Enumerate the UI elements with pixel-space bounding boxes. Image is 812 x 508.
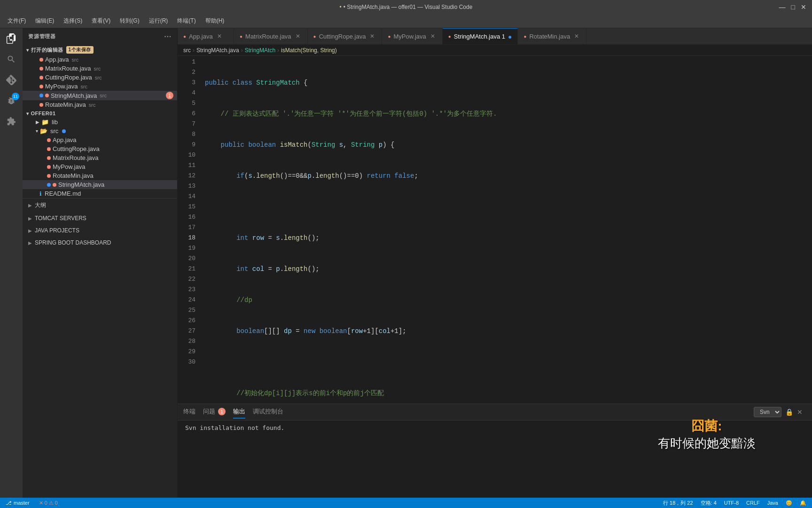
tabs-bar: ● App.java ✕ ● MatrixRoute.java ✕ ● Cutt… bbox=[178, 28, 812, 45]
tab-close-button[interactable]: ✕ bbox=[294, 32, 302, 40]
tab-error-icon: ● bbox=[313, 34, 316, 39]
open-file-stringmatch[interactable]: StringMAtch.java src 1 bbox=[23, 91, 177, 100]
file-app-java[interactable]: App.java bbox=[23, 135, 177, 144]
open-editors-header[interactable]: ▾ 打开的编辑器 1个未保存 bbox=[23, 45, 177, 55]
file-readme[interactable]: ℹ README.md bbox=[23, 189, 177, 198]
tomcat-section[interactable]: ▶ TOMCAT SERVERS bbox=[23, 212, 177, 224]
tab-close-button[interactable]: ✕ bbox=[368, 32, 376, 40]
line-num-21: 21 bbox=[178, 264, 195, 274]
code-editor[interactable]: 1 2 3 4 5 6 7 8 9 10 11 12 13 14 15 16 1… bbox=[178, 56, 812, 404]
modified-indicator bbox=[39, 94, 43, 97]
panel-tab-problems[interactable]: 问题 1 bbox=[203, 405, 226, 419]
spaces-text: 空格: 4 bbox=[701, 500, 717, 507]
activity-extensions[interactable] bbox=[3, 113, 20, 130]
breadcrumb-class[interactable]: StringMAtch bbox=[245, 47, 275, 54]
minimize-button[interactable]: — bbox=[779, 3, 786, 11]
status-line-col[interactable]: 行 18，列 22 bbox=[661, 500, 695, 507]
breadcrumb-method[interactable]: isMatch(String, String) bbox=[281, 47, 337, 54]
panel-tab-terminal[interactable]: 终端 bbox=[183, 405, 195, 419]
menu-help[interactable]: 帮助(H) bbox=[202, 15, 228, 27]
tab-mypow[interactable]: ● MyPow.java ✕ bbox=[382, 28, 442, 44]
breadcrumb-src[interactable]: src bbox=[183, 47, 191, 54]
status-errors[interactable]: ✕ 0 ⚠ 0 bbox=[37, 498, 60, 508]
line-num-3: 3 bbox=[178, 78, 195, 88]
maximize-button[interactable]: □ bbox=[791, 3, 795, 11]
line-num-24: 24 bbox=[178, 295, 195, 305]
file-matrixroute[interactable]: MatrixRoute.java bbox=[23, 153, 177, 162]
file-stringmatch[interactable]: StringMAtch.java bbox=[23, 180, 177, 189]
tab-matrix[interactable]: ● MatrixRoute.java ✕ bbox=[234, 28, 308, 44]
tab-error-icon: ● bbox=[388, 34, 390, 39]
panel-lock-icon[interactable]: 🔒 bbox=[785, 408, 793, 416]
menu-select[interactable]: 选择(S) bbox=[60, 15, 86, 27]
panel-close-icon[interactable]: ✕ bbox=[797, 408, 803, 416]
title-bar: • • StringMAtch.java — offer01 — Visual … bbox=[0, 0, 812, 14]
line-num-17: 17 bbox=[178, 222, 195, 233]
status-line-ending[interactable]: CRLF bbox=[744, 500, 762, 506]
activity-git[interactable] bbox=[3, 71, 20, 88]
panel-tab-debug[interactable]: 调试控制台 bbox=[253, 405, 283, 419]
folder-lib[interactable]: ▶ 📁 lib bbox=[23, 118, 177, 127]
line-numbers: 1 2 3 4 5 6 7 8 9 10 11 12 13 14 15 16 1… bbox=[178, 56, 201, 404]
activity-search[interactable] bbox=[3, 51, 20, 68]
folder-icon: 📁 bbox=[41, 119, 49, 126]
code-content[interactable]: public class StringMatch { // 正则表达式匹配 '.… bbox=[201, 56, 805, 404]
code-line-4: if(s.length()==0&&p.length()==0) return … bbox=[205, 171, 805, 181]
bell-icon: 🔔 bbox=[800, 500, 806, 506]
line-num-16: 16 bbox=[178, 212, 195, 222]
spring-boot-section[interactable]: ▶ SPRING BOOT DASHBOARD bbox=[23, 237, 177, 249]
line-num-13: 13 bbox=[178, 181, 195, 191]
open-file-mypow[interactable]: MyPow.java src bbox=[23, 82, 177, 91]
java-projects-chevron: ▶ bbox=[28, 228, 32, 233]
line-num-18: 18 bbox=[178, 233, 195, 243]
sidebar-more-button[interactable]: ··· bbox=[164, 32, 172, 41]
tab-label: MyPow.java bbox=[393, 33, 426, 40]
outline-section[interactable]: ▶ 大纲 bbox=[23, 198, 177, 212]
open-file-matrix[interactable]: MatrixRoute.java src bbox=[23, 64, 177, 73]
window-controls[interactable]: — □ ✕ bbox=[779, 3, 806, 11]
tab-close-button[interactable]: ✕ bbox=[573, 32, 580, 40]
menu-goto[interactable]: 转到(G) bbox=[116, 15, 143, 27]
tab-stringmatch[interactable]: ● StringMAtch.java 1 ● bbox=[443, 28, 518, 44]
line-num-26: 26 bbox=[178, 316, 195, 326]
modified-indicator bbox=[47, 183, 51, 187]
error-indicator bbox=[47, 147, 51, 151]
file-rotatemin[interactable]: RotateMin.java bbox=[23, 171, 177, 180]
menu-view[interactable]: 查看(V) bbox=[88, 15, 114, 27]
status-encoding[interactable]: UTF-8 bbox=[722, 500, 741, 506]
menu-file[interactable]: 文件(F) bbox=[4, 15, 30, 27]
menu-run[interactable]: 运行(R) bbox=[145, 15, 172, 27]
status-language[interactable]: Java bbox=[765, 500, 780, 506]
file-path: src bbox=[94, 66, 101, 71]
menu-edit[interactable]: 编辑(E) bbox=[31, 15, 58, 27]
tab-app[interactable]: ● App.java ✕ bbox=[178, 28, 234, 44]
tab-rotatemin[interactable]: ● RotateMin.java ✕ bbox=[518, 28, 586, 44]
close-button[interactable]: ✕ bbox=[801, 3, 806, 11]
java-projects-section[interactable]: ▶ JAVA PROJECTS bbox=[23, 224, 177, 237]
open-file-app[interactable]: App.java src bbox=[23, 55, 177, 64]
folder-src[interactable]: ▾ 📂 src bbox=[23, 127, 177, 135]
status-bell[interactable]: 🔔 bbox=[798, 500, 808, 506]
tab-close-button[interactable]: ✕ bbox=[216, 32, 223, 40]
tab-cutting[interactable]: ● CuttingRope.java ✕ bbox=[308, 28, 383, 44]
menu-terminal[interactable]: 终端(T) bbox=[173, 15, 199, 27]
encoding-text: UTF-8 bbox=[724, 500, 739, 506]
breadcrumb-file[interactable]: StringMAtch.java bbox=[196, 47, 239, 54]
offer01-header[interactable]: ▾ OFFER01 bbox=[23, 109, 177, 118]
activity-explorer[interactable] bbox=[3, 30, 20, 47]
tab-close-button[interactable]: ✕ bbox=[429, 32, 437, 40]
panel-tab-output[interactable]: 输出 bbox=[233, 405, 245, 419]
open-file-cutting[interactable]: CuttingRope.java src bbox=[23, 73, 177, 82]
feedback-icon: 😊 bbox=[786, 500, 792, 506]
debug-console-label: 调试控制台 bbox=[253, 407, 283, 416]
file-cuttingrope[interactable]: CuttingRope.java bbox=[23, 144, 177, 153]
line-num-20: 20 bbox=[178, 254, 195, 264]
status-feedback[interactable]: 😊 bbox=[784, 500, 794, 506]
status-spaces[interactable]: 空格: 4 bbox=[699, 500, 718, 507]
open-file-rotatemin[interactable]: RotateMin.java src bbox=[23, 100, 177, 109]
output-channel-select[interactable]: Svn bbox=[754, 407, 781, 417]
line-num-8: 8 bbox=[178, 129, 195, 140]
status-branch[interactable]: ⎇ master bbox=[4, 498, 31, 508]
activity-debug[interactable]: 11 bbox=[3, 92, 20, 109]
file-mypow[interactable]: MyPow.java bbox=[23, 162, 177, 171]
